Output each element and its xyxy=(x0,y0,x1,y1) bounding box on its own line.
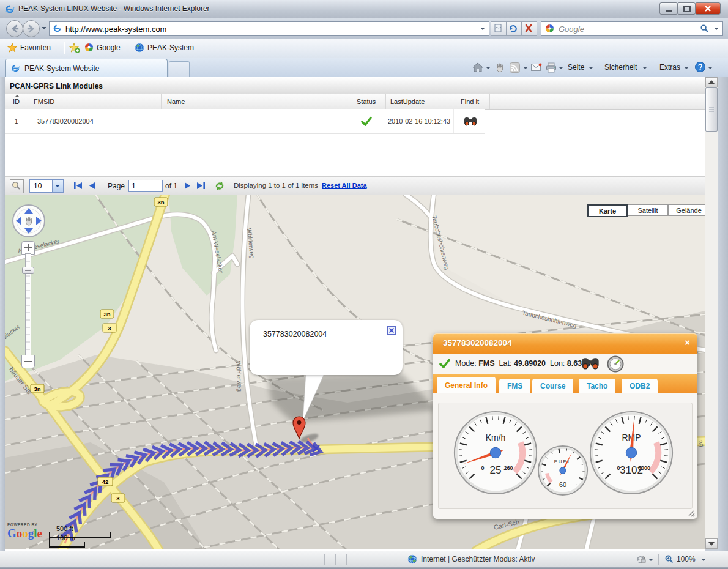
svg-text:3n: 3n xyxy=(34,385,40,392)
map-type-satellit[interactable]: Satellit xyxy=(628,204,668,216)
refresh-button[interactable] xyxy=(506,21,522,36)
cell-id: 1 xyxy=(5,109,28,133)
seite-dropdown[interactable] xyxy=(589,67,593,69)
zoom-in-button[interactable] xyxy=(21,241,35,255)
binoculars-icon[interactable] xyxy=(464,116,477,127)
favorites-button[interactable]: Favoriten xyxy=(20,43,51,52)
zoom-dropdown[interactable] xyxy=(701,559,706,561)
search-box[interactable]: Google xyxy=(541,21,723,36)
close-button[interactable] xyxy=(695,2,721,15)
page-number-input[interactable] xyxy=(128,180,163,192)
compatibility-zoom-icon[interactable] xyxy=(635,554,646,564)
url-text[interactable]: http://www.peak-system.com xyxy=(65,24,166,34)
table-header-row: ID FMSID Name Status LastUpdate Find it xyxy=(5,94,705,110)
bubble-close-icon[interactable] xyxy=(387,326,396,335)
feed-dropdown[interactable] xyxy=(523,67,528,69)
speed-gauge: Km/h026025 xyxy=(450,406,541,497)
resize-grip-icon[interactable] xyxy=(688,510,695,517)
page-size-value: 10 xyxy=(34,182,42,190)
next-page-button[interactable] xyxy=(184,182,191,190)
maximize-button[interactable] xyxy=(677,2,696,15)
last-page-button[interactable] xyxy=(196,182,206,190)
cell-findit[interactable] xyxy=(456,109,485,133)
ie-logo-icon xyxy=(5,4,15,14)
cell-status xyxy=(352,109,381,133)
svg-text:FUEL: FUEL xyxy=(554,459,571,464)
column-header-status[interactable]: Status xyxy=(352,94,386,109)
tab-odb2[interactable]: ODB2 xyxy=(622,379,658,393)
favorites-link-peak[interactable]: PEAK-System xyxy=(147,43,194,52)
reset-all-data-link[interactable]: Reset All Data xyxy=(322,182,367,189)
tab-tacho[interactable]: Tacho xyxy=(579,379,615,393)
stop-button[interactable] xyxy=(521,21,537,36)
google-logo[interactable]: Google xyxy=(7,527,42,540)
recent-pages-dropdown[interactable] xyxy=(42,27,46,29)
map-pan-control[interactable] xyxy=(11,203,46,239)
column-header-fmsid[interactable]: FMSID xyxy=(28,94,162,109)
map-zoom-control xyxy=(21,241,35,368)
page-size-select[interactable]: 10 xyxy=(29,179,64,193)
scroll-up-button[interactable] xyxy=(705,77,718,87)
internet-zone-icon xyxy=(407,554,417,564)
reload-table-button[interactable] xyxy=(214,180,225,192)
zone-dropdown[interactable] xyxy=(648,559,653,561)
new-tab-button[interactable] xyxy=(169,61,190,78)
zoom-out-button[interactable] xyxy=(21,355,35,368)
menu-seite[interactable]: Seite xyxy=(568,63,584,72)
favorites-link-google[interactable]: Google xyxy=(97,43,121,52)
table-row[interactable]: 1 357783020082004 2010-02-16 10:12:43 xyxy=(5,109,485,134)
locate-binoculars-icon[interactable] xyxy=(581,356,600,371)
table-search-button[interactable] xyxy=(10,179,24,193)
column-header-lastupdate[interactable]: LastUpdate xyxy=(385,94,456,109)
first-page-button[interactable] xyxy=(73,182,83,190)
home-icon[interactable] xyxy=(472,62,483,73)
tab-course[interactable]: Course xyxy=(532,379,573,393)
tab-general-info[interactable]: General Info xyxy=(437,377,496,393)
zoom-level-value[interactable]: 100% xyxy=(677,555,696,563)
home-dropdown[interactable] xyxy=(486,67,491,69)
scrollbar-thumb[interactable] xyxy=(705,87,718,132)
zoom-slider-handle[interactable] xyxy=(22,267,34,274)
vertical-scrollbar[interactable] xyxy=(705,77,718,549)
column-header-findit[interactable]: Find it xyxy=(456,94,490,109)
search-options-dropdown[interactable] xyxy=(714,28,719,30)
column-header-id[interactable]: ID xyxy=(5,94,28,109)
svg-text:260: 260 xyxy=(504,465,513,471)
address-field[interactable]: http://www.peak-system.com xyxy=(49,21,489,36)
prev-page-button[interactable] xyxy=(89,182,96,190)
vehicle-panel-close-icon[interactable]: × xyxy=(685,337,690,348)
sicherheit-dropdown[interactable] xyxy=(642,67,647,69)
vehicle-panel-tabs: General Info FMS Course Tacho ODB2 xyxy=(433,374,697,393)
help-icon[interactable] xyxy=(695,62,705,72)
help-dropdown[interactable] xyxy=(708,67,713,69)
compass-gauge-icon[interactable] xyxy=(607,355,624,373)
add-favorite-icon[interactable] xyxy=(69,43,80,53)
menu-sicherheit[interactable]: Sicherheit xyxy=(604,63,637,72)
back-button[interactable] xyxy=(6,20,23,37)
minimize-button[interactable] xyxy=(659,2,678,15)
rss-feed-icon[interactable] xyxy=(510,62,520,73)
forward-button[interactable] xyxy=(23,20,40,37)
menu-extras[interactable]: Extras xyxy=(659,63,680,72)
column-header-name[interactable]: Name xyxy=(161,94,352,109)
map-type-karte[interactable]: Karte xyxy=(587,204,628,217)
svg-text:3n: 3n xyxy=(157,199,164,206)
printer-icon[interactable] xyxy=(546,62,557,73)
address-dropdown[interactable] xyxy=(480,28,485,30)
compatibility-view-button[interactable] xyxy=(491,21,507,36)
google-attribution[interactable]: POWERED BY Google xyxy=(7,523,42,540)
tab-fms[interactable]: FMS xyxy=(499,379,530,393)
tab-peak-system-website[interactable]: PEAK-System Website xyxy=(5,59,168,78)
mail-icon[interactable] xyxy=(531,63,542,72)
fuel-gauge: FUEL60 xyxy=(535,444,590,499)
vehicle-panel-header[interactable]: 357783020082004 × xyxy=(433,333,697,354)
print-dropdown[interactable] xyxy=(559,67,563,69)
vehicle-panel-title: 357783020082004 xyxy=(443,338,512,348)
search-placeholder[interactable]: Google xyxy=(559,24,584,34)
title-bar[interactable]: PEAK-System LINUX Website - Windows Inte… xyxy=(0,0,728,19)
search-icon[interactable] xyxy=(700,24,709,33)
scroll-down-button[interactable] xyxy=(705,538,718,549)
map-type-gelaende[interactable]: Gelände xyxy=(668,204,705,216)
extras-dropdown[interactable] xyxy=(684,67,689,69)
hand-icon[interactable] xyxy=(494,62,505,73)
